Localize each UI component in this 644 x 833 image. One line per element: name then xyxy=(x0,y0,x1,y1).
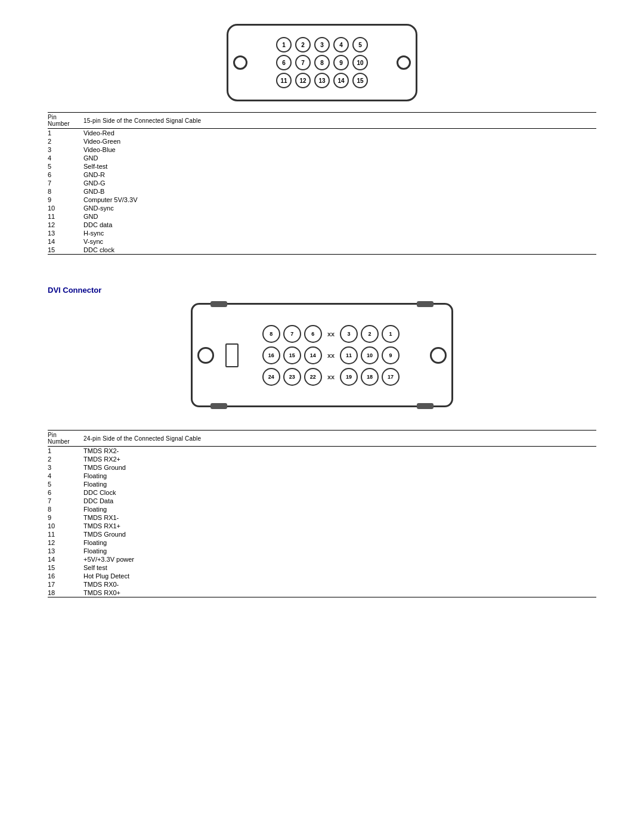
table-row: 9TMDS RX1- xyxy=(48,513,596,522)
dvi-pin-layout: 8 7 6 xx 3 2 1 16 15 14 xx 11 10 9 24 xyxy=(262,325,400,386)
pin-number: 15 xyxy=(48,563,83,572)
dvi-pin-24: 24 xyxy=(262,368,280,386)
dvi-pin-10: 10 xyxy=(361,346,379,364)
dvi-xx-1: xx xyxy=(327,330,335,337)
table-row: 4GND xyxy=(48,154,596,162)
table-row: 14V-sync xyxy=(48,237,596,246)
table-row: 8GND-B xyxy=(48,187,596,196)
pin-number: 12 xyxy=(48,221,83,229)
table-row: 10GND-sync xyxy=(48,204,596,212)
vga-pin-10: 10 xyxy=(352,55,368,70)
pin-signal: TMDS RX2- xyxy=(83,447,596,456)
vga-pin-15: 15 xyxy=(352,73,368,88)
pin-signal: Floating xyxy=(83,505,596,513)
table-row: 2Video-Green xyxy=(48,137,596,145)
pin-signal: V-sync xyxy=(83,237,596,246)
vga-pin-2: 2 xyxy=(295,37,311,52)
table-row: 5Self-test xyxy=(48,162,596,171)
pin-number: 9 xyxy=(48,196,83,204)
pin-number: 1 xyxy=(48,129,83,138)
vga-table-footer xyxy=(48,255,596,256)
pin-signal: Floating xyxy=(83,538,596,547)
pin-number: 15 xyxy=(48,246,83,255)
table-row: 5Floating xyxy=(48,480,596,488)
pin-number: 4 xyxy=(48,472,83,480)
vga-pin-9: 9 xyxy=(333,55,349,70)
pin-signal: DDC data xyxy=(83,221,596,229)
pin-signal: Floating xyxy=(83,472,596,480)
table-row: 18TMDS RX0+ xyxy=(48,589,596,597)
table-row: 7DDC Data xyxy=(48,497,596,505)
vga-pin-table: Pin Number 15-pin Side of the Connected … xyxy=(48,112,596,256)
dvi-pin-19: 19 xyxy=(340,368,358,386)
pin-number: 12 xyxy=(48,538,83,547)
pin-number: 5 xyxy=(48,162,83,171)
pin-signal: Self-test xyxy=(83,162,596,171)
vga-connector-shape: 1 2 3 4 5 6 7 8 9 10 11 12 13 14 15 xyxy=(227,24,417,101)
pin-signal: TMDS Ground xyxy=(83,530,596,538)
dvi-flat-bar xyxy=(225,343,239,367)
dvi-row-2: 16 15 14 xx 11 10 9 xyxy=(262,346,400,364)
vga-row-2: 6 7 8 9 10 xyxy=(276,55,368,70)
table-row: 1Video-Red xyxy=(48,129,596,138)
pin-signal: GND xyxy=(83,154,596,162)
vga-pin-7: 7 xyxy=(295,55,311,70)
dvi-pin-11: 11 xyxy=(340,346,358,364)
pin-signal: TMDS Ground xyxy=(83,463,596,472)
pin-number: 6 xyxy=(48,488,83,497)
table-row: 1TMDS RX2- xyxy=(48,447,596,456)
table-row: 6DDC Clock xyxy=(48,488,596,497)
table-row: 8Floating xyxy=(48,505,596,513)
pin-signal: Self test xyxy=(83,563,596,572)
pin-signal: H-sync xyxy=(83,229,596,237)
vga-pin-14: 14 xyxy=(333,73,349,88)
vga-pin-5: 5 xyxy=(352,37,368,52)
pin-signal: GND-R xyxy=(83,171,596,179)
dvi-diagram-container: 8 7 6 xx 3 2 1 16 15 14 xx 11 10 9 24 xyxy=(48,303,596,419)
pin-number: 16 xyxy=(48,572,83,580)
dvi-col-signal-header: 24-pin Side of the Connected Signal Cabl… xyxy=(83,431,596,447)
dvi-pin-18: 18 xyxy=(361,368,379,386)
table-row: 15DDC clock xyxy=(48,246,596,255)
vga-row-1: 1 2 3 4 5 xyxy=(276,37,368,52)
dvi-table-footer xyxy=(48,597,596,599)
pin-number: 10 xyxy=(48,204,83,212)
dvi-pin-table: Pin Number 24-pin Side of the Connected … xyxy=(48,430,596,599)
dvi-pin-3: 3 xyxy=(340,325,358,343)
pin-signal: Floating xyxy=(83,547,596,555)
pin-signal: TMDS RX1- xyxy=(83,513,596,522)
dvi-pin-2: 2 xyxy=(361,325,379,343)
table-row: 11GND xyxy=(48,212,596,221)
table-row: 13H-sync xyxy=(48,229,596,237)
table-row: 4Floating xyxy=(48,472,596,480)
pin-number: 10 xyxy=(48,522,83,530)
pin-signal: DDC Clock xyxy=(83,488,596,497)
pin-number: 6 xyxy=(48,171,83,179)
dvi-tab-bottom-right xyxy=(417,403,434,409)
table-row: 12Floating xyxy=(48,538,596,547)
pin-number: 7 xyxy=(48,179,83,187)
dvi-row-1: 8 7 6 xx 3 2 1 xyxy=(262,325,400,343)
dvi-pin-6: 6 xyxy=(304,325,322,343)
vga-pin-6: 6 xyxy=(276,55,292,70)
table-row: 3Video-Blue xyxy=(48,145,596,154)
pin-number: 7 xyxy=(48,497,83,505)
dvi-pin-14: 14 xyxy=(304,346,322,364)
dvi-tab-bottom-left xyxy=(210,403,227,409)
pin-number: 5 xyxy=(48,480,83,488)
pin-number: 2 xyxy=(48,455,83,463)
pin-signal: Video-Green xyxy=(83,137,596,145)
pin-number: 9 xyxy=(48,513,83,522)
table-row: 14+5V/+3.3V power xyxy=(48,555,596,563)
table-row: 16Hot Plug Detect xyxy=(48,572,596,580)
dvi-tab-top-left xyxy=(210,301,227,307)
dvi-circle-right xyxy=(430,347,447,364)
vga-col-signal-header: 15-pin Side of the Connected Signal Cabl… xyxy=(83,113,596,129)
pin-signal: DDC clock xyxy=(83,246,596,255)
vga-pin-layout: 1 2 3 4 5 6 7 8 9 10 11 12 13 14 15 xyxy=(276,37,368,88)
vga-pin-11: 11 xyxy=(276,73,292,88)
table-row: 17TMDS RX0- xyxy=(48,580,596,589)
vga-pin-13: 13 xyxy=(314,73,330,88)
pin-number: 4 xyxy=(48,154,83,162)
pin-number: 11 xyxy=(48,212,83,221)
